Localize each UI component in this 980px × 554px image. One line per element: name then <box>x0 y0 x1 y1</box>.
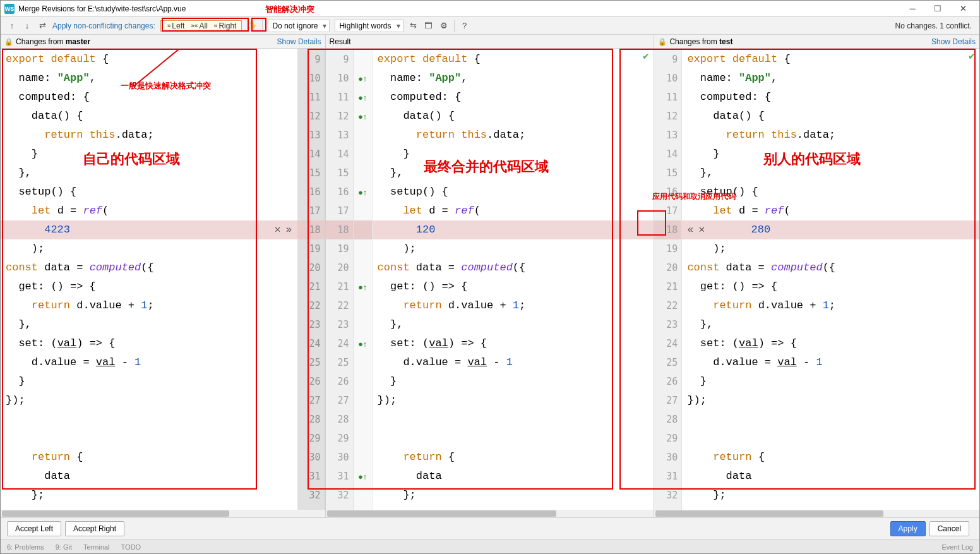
code-line[interactable]: return { <box>682 448 979 467</box>
code-line[interactable]: }, <box>373 164 654 183</box>
code-line[interactable]: return { <box>1 448 297 467</box>
code-line[interactable]: return this.data; <box>682 126 979 145</box>
code-line[interactable]: setup() { <box>373 183 654 202</box>
highlight-select[interactable]: Highlight words <box>335 20 403 32</box>
code-line[interactable]: computed: { <box>1 88 297 107</box>
code-line[interactable]: export default { <box>1 50 297 69</box>
maximize-button[interactable]: ☐ <box>925 1 950 17</box>
ignore-select[interactable]: Do not ignore <box>268 20 330 32</box>
code-line[interactable]: } <box>682 145 979 164</box>
apply-right-button[interactable]: «Right <box>213 21 237 30</box>
code-line[interactable]: ); <box>1 239 297 258</box>
status-eventlog[interactable]: Event Log <box>941 543 973 551</box>
code-line[interactable]: return this.data; <box>1 126 297 145</box>
collapse-icon[interactable]: ⇆ <box>407 20 420 32</box>
code-line[interactable]: data() { <box>373 107 654 126</box>
code-line[interactable]: }; <box>682 486 979 505</box>
show-details-left[interactable]: Show Details <box>277 37 321 46</box>
apply-all-button[interactable]: »«All <box>189 21 207 30</box>
code-line[interactable]: get: () => { <box>1 277 297 296</box>
code-line[interactable]: return d.value + 1; <box>682 296 979 315</box>
code-line[interactable]: d.value = val - 1 <box>682 353 979 372</box>
left-code[interactable]: export default { name: "App", computed: … <box>1 49 297 517</box>
code-line[interactable]: return { <box>373 448 654 467</box>
status-git[interactable]: 9: Git <box>56 543 72 551</box>
code-line[interactable] <box>373 410 654 429</box>
hscrollbar[interactable] <box>1 510 325 517</box>
code-line[interactable]: ); <box>682 239 979 258</box>
code-line[interactable]: setup() { <box>682 183 979 202</box>
code-line[interactable]: } <box>373 372 654 391</box>
code-line[interactable]: 280«✕ <box>682 220 979 239</box>
accept-left-button[interactable]: Accept Left <box>7 521 61 536</box>
code-line[interactable]: } <box>1 372 297 391</box>
cancel-button[interactable]: Cancel <box>929 521 969 536</box>
code-line[interactable]: d.value = val - 1 <box>373 353 654 372</box>
minimize-button[interactable]: ─ <box>900 1 925 17</box>
status-todo[interactable]: TODO <box>121 543 141 551</box>
prev-diff-icon[interactable]: ↑ <box>6 20 18 32</box>
code-line[interactable]: return d.value + 1; <box>1 296 297 315</box>
code-line[interactable] <box>1 429 297 448</box>
apply-left-icon[interactable]: « <box>684 220 696 239</box>
code-line[interactable]: get: () => { <box>373 277 654 296</box>
code-line[interactable]: } <box>373 145 654 164</box>
code-line[interactable]: } <box>682 372 979 391</box>
code-line[interactable]: return d.value + 1; <box>373 296 654 315</box>
code-line[interactable]: name: "App", <box>1 69 297 88</box>
code-line[interactable]: data() { <box>1 107 297 126</box>
code-line[interactable]: ); <box>373 239 654 258</box>
code-line[interactable]: computed: { <box>373 88 654 107</box>
code-line[interactable]: const data = computed({ <box>682 258 979 277</box>
close-button[interactable]: ✕ <box>950 1 976 17</box>
code-line[interactable]: }); <box>682 391 979 410</box>
scroll-sync-icon[interactable]: ⇄ <box>36 20 49 32</box>
code-line[interactable]: }; <box>1 486 297 505</box>
code-line[interactable]: const data = computed({ <box>1 258 297 277</box>
code-line[interactable]: set: (val) => { <box>1 334 297 353</box>
help-icon[interactable]: ? <box>458 20 471 32</box>
right-code[interactable]: export default { name: "App", computed: … <box>682 49 979 517</box>
code-line[interactable]: }, <box>1 164 297 183</box>
status-terminal[interactable]: Terminal <box>83 543 110 551</box>
code-line[interactable]: export default { <box>373 50 654 69</box>
code-line[interactable]: return this.data; <box>373 126 654 145</box>
code-line[interactable]: get: () => { <box>682 277 979 296</box>
code-line[interactable]: }); <box>1 391 297 410</box>
status-problems[interactable]: 6: Problems <box>7 543 44 551</box>
code-line[interactable]: }; <box>373 486 654 505</box>
middle-code[interactable]: export default { name: "App", computed: … <box>373 49 654 517</box>
code-line[interactable]: let d = ref( <box>682 202 979 220</box>
code-line[interactable]: }, <box>373 315 654 334</box>
code-line[interactable]: d.value = val - 1 <box>1 353 297 372</box>
code-line[interactable]: setup() { <box>1 183 297 202</box>
code-line[interactable]: 120 <box>373 220 654 239</box>
code-line[interactable]: set: (val) => { <box>682 334 979 353</box>
code-line[interactable] <box>1 410 297 429</box>
apply-right-icon[interactable]: » <box>284 220 295 239</box>
code-line[interactable]: data <box>682 467 979 486</box>
settings-icon[interactable]: ⚙ <box>438 20 450 32</box>
hscrollbar[interactable] <box>326 510 654 517</box>
code-line[interactable]: name: "App", <box>373 69 654 88</box>
magic-resolve-icon[interactable]: ✨ <box>246 20 258 32</box>
code-line[interactable] <box>682 429 979 448</box>
code-line[interactable]: const data = computed({ <box>373 258 654 277</box>
ignore-icon[interactable]: ✕ <box>696 220 707 239</box>
ignore-icon[interactable]: ✕ <box>272 220 284 239</box>
code-line[interactable]: }, <box>682 164 979 183</box>
code-line[interactable]: }, <box>1 315 297 334</box>
code-line[interactable]: 4223✕» <box>1 220 297 239</box>
code-line[interactable]: } <box>1 145 297 164</box>
accept-right-button[interactable]: Accept Right <box>65 521 124 536</box>
code-line[interactable]: name: "App", <box>682 69 979 88</box>
code-line[interactable]: set: (val) => { <box>373 334 654 353</box>
next-diff-icon[interactable]: ↓ <box>21 20 33 32</box>
code-line[interactable]: data() { <box>682 107 979 126</box>
code-line[interactable] <box>373 429 654 448</box>
code-line[interactable]: export default { <box>682 50 979 69</box>
code-line[interactable]: computed: { <box>682 88 979 107</box>
show-details-right[interactable]: Show Details <box>931 37 976 46</box>
code-line[interactable]: }, <box>682 315 979 334</box>
sync-scroll-icon[interactable]: 🗔 <box>422 20 435 32</box>
